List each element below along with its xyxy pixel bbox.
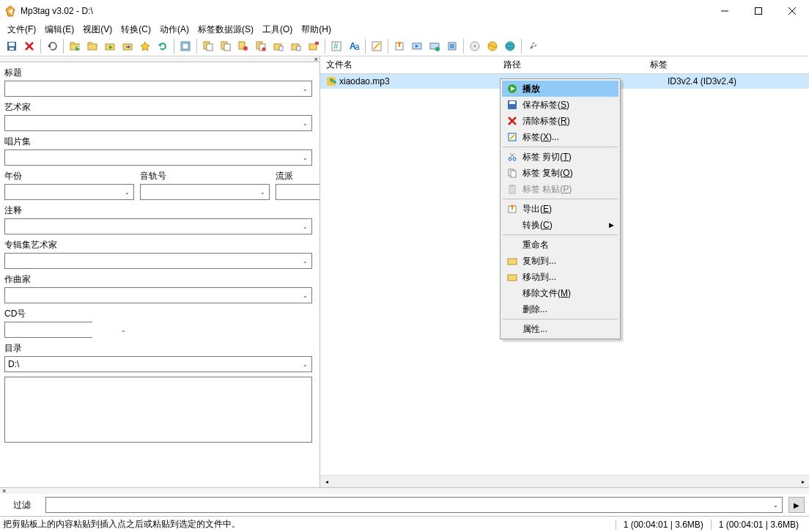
select-all-icon[interactable] <box>177 38 193 54</box>
action-icon[interactable] <box>409 38 425 54</box>
folder-arrow-icon[interactable] <box>119 38 136 54</box>
input-track[interactable]: ⌄ <box>140 184 270 200</box>
web-icon[interactable] <box>502 38 518 54</box>
status-message: 把剪贴板上的内容粘贴到插入点之后或粘贴到选定的文件中。 <box>3 518 616 531</box>
dropdown-arrow-icon[interactable]: ⌄ <box>769 498 782 512</box>
folder-tag2-icon[interactable] <box>288 38 304 54</box>
dropdown-arrow-icon[interactable]: ⌄ <box>299 116 311 130</box>
cover-area[interactable] <box>4 377 312 443</box>
menu-help[interactable]: 帮助(H) <box>297 22 336 37</box>
undo-icon[interactable] <box>44 38 60 54</box>
ctx-paste: 标签 粘贴(P) <box>502 181 618 197</box>
folder-flag-icon[interactable] <box>306 38 322 54</box>
dropdown-arrow-icon[interactable]: ⌄ <box>299 150 311 165</box>
ctx-ext-tags[interactable]: 标签(X)... <box>502 129 618 145</box>
toolbar-separator <box>174 39 174 53</box>
dropdown-arrow-icon[interactable]: ⌄ <box>299 288 311 303</box>
menu-file[interactable]: 文件(F) <box>3 22 40 37</box>
tag-copy3-icon[interactable] <box>253 38 269 54</box>
menu-convert[interactable]: 转换(C) <box>117 22 155 37</box>
ctx-remove-tag[interactable]: 清除标签(R) <box>502 113 618 129</box>
save-icon[interactable] <box>4 38 20 54</box>
horizontal-scrollbar[interactable]: ◂ ▸ <box>320 475 809 487</box>
col-filename[interactable]: 文件名 <box>320 56 498 73</box>
scroll-right-icon[interactable]: ▸ <box>797 476 809 488</box>
ctx-copy[interactable]: 标签 复制(O) <box>502 165 618 181</box>
edit-icon[interactable] <box>369 38 385 54</box>
folder-add-icon[interactable]: + <box>67 38 83 54</box>
col-path[interactable]: 路径 <box>498 56 644 73</box>
input-comment[interactable]: ⌄ <box>4 218 312 234</box>
ctx-play[interactable]: 播放 <box>502 81 618 97</box>
input-album[interactable]: ⌄ <box>4 149 312 166</box>
dropdown-arrow-icon[interactable]: ⌄ <box>121 322 126 337</box>
menu-edit[interactable]: 编辑(E) <box>40 22 78 37</box>
titlebar: Mp3tag v3.02 - D:\ <box>0 0 809 22</box>
scroll-left-icon[interactable]: ◂ <box>320 476 333 488</box>
close-button[interactable] <box>775 0 809 22</box>
refresh-icon[interactable] <box>155 38 171 54</box>
ctx-delete[interactable]: 删除... <box>502 301 618 317</box>
svg-point-50 <box>435 47 440 51</box>
filter-go-button[interactable]: ▶ <box>788 497 805 513</box>
ctx-save-tag[interactable]: 保存标签(S) <box>502 97 618 113</box>
globe-icon[interactable] <box>484 38 500 54</box>
tag-link-icon[interactable] <box>235 38 251 54</box>
ctx-move-to[interactable]: 移动到... <box>502 269 618 285</box>
ctx-remove-file[interactable]: 移除文件(M) <box>502 285 618 301</box>
minimize-button[interactable] <box>708 0 742 22</box>
tag-panel: × 标题 ⌄ 艺术家 ⌄ 唱片集 ⌄ 年份 ⌄ 音轨号 <box>0 56 320 487</box>
folder-play-icon[interactable] <box>102 38 118 54</box>
input-year[interactable]: ⌄ <box>4 184 134 200</box>
cut-icon <box>505 151 520 163</box>
dropdown-arrow-icon[interactable]: ⌄ <box>256 185 269 199</box>
dropdown-arrow-icon[interactable]: ⌄ <box>299 81 311 96</box>
dropdown-arrow-icon[interactable]: ⌄ <box>299 254 311 268</box>
playlist-icon[interactable] <box>444 38 460 54</box>
panel-close-icon[interactable]: × <box>314 56 318 62</box>
ctx-copy-to[interactable]: 复制到... <box>502 253 618 269</box>
action-run-icon[interactable] <box>426 38 443 54</box>
wrench-icon[interactable] <box>525 38 541 54</box>
ctx-separator <box>503 199 618 199</box>
disc-icon[interactable] <box>467 38 483 54</box>
folder-tag-icon[interactable] <box>270 38 287 54</box>
menu-tagsources[interactable]: 标签数据源(S) <box>193 22 258 37</box>
tag-copy-icon[interactable] <box>200 38 216 54</box>
number-icon[interactable]: # <box>328 38 344 54</box>
maximize-button[interactable] <box>742 0 775 22</box>
ctx-convert[interactable]: 转换(C) ▶ <box>502 217 618 233</box>
dropdown-arrow-icon[interactable]: ⌄ <box>299 357 311 372</box>
input-composer[interactable]: ⌄ <box>4 287 312 303</box>
menu-view[interactable]: 视图(V) <box>78 22 117 37</box>
input-directory[interactable]: ⌄ <box>4 356 312 372</box>
menu-tools[interactable]: 工具(O) <box>258 22 297 37</box>
svg-rect-3 <box>756 8 762 15</box>
svg-rect-79 <box>508 259 517 265</box>
input-genre[interactable]: ⌄ <box>276 184 319 200</box>
folder-icon <box>505 271 520 283</box>
tag-copy2-icon[interactable] <box>218 38 234 54</box>
svg-rect-27 <box>224 44 230 51</box>
ctx-rename[interactable]: 重命名 <box>502 237 618 253</box>
filter-input[interactable]: ⌄ <box>45 497 783 513</box>
input-title[interactable]: ⌄ <box>4 81 312 97</box>
ctx-properties[interactable]: 属性... <box>502 321 618 337</box>
star-icon[interactable] <box>137 38 153 54</box>
input-albumartist[interactable]: ⌄ <box>4 253 312 269</box>
export-icon[interactable] <box>391 38 407 54</box>
col-tag[interactable]: 标签 <box>644 56 791 73</box>
dropdown-arrow-icon[interactable]: ⌄ <box>121 185 133 199</box>
menu-actions[interactable]: 动作(A) <box>155 22 193 37</box>
input-disc[interactable]: ⌄ <box>4 322 92 338</box>
folder-open-icon[interactable] <box>84 38 100 54</box>
dropdown-arrow-icon[interactable]: ⌄ <box>299 219 311 234</box>
delete-icon[interactable] <box>21 38 37 54</box>
panel-close-icon[interactable]: × <box>2 487 6 495</box>
filter-label: 过滤 <box>4 499 40 511</box>
ctx-cut[interactable]: 标签 剪切(T) <box>502 149 618 165</box>
input-artist[interactable]: ⌄ <box>4 115 312 131</box>
case-icon[interactable]: Aa <box>346 38 362 54</box>
ctx-export[interactable]: 导出(E) <box>502 201 618 217</box>
statusbar: 把剪贴板上的内容粘贴到插入点之后或粘贴到选定的文件中。 1 (00:04:01 … <box>0 516 809 532</box>
